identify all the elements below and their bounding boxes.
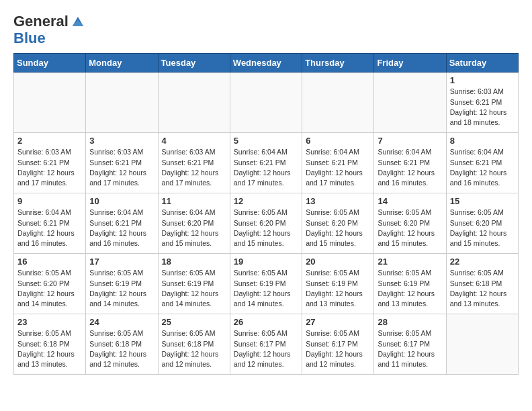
day-number: 8 bbox=[450, 136, 515, 146]
week-row-4: 16Sunrise: 6:05 AM Sunset: 6:20 PM Dayli… bbox=[14, 254, 519, 314]
calendar-cell: 10Sunrise: 6:04 AM Sunset: 6:21 PM Dayli… bbox=[86, 193, 158, 254]
day-info: Sunrise: 6:04 AM Sunset: 6:21 PM Dayligh… bbox=[17, 208, 82, 248]
day-info: Sunrise: 6:04 AM Sunset: 6:21 PM Dayligh… bbox=[378, 147, 442, 188]
calendar-cell: 27Sunrise: 6:05 AM Sunset: 6:17 PM Dayli… bbox=[302, 314, 374, 375]
calendar-cell: 16Sunrise: 6:05 AM Sunset: 6:20 PM Dayli… bbox=[14, 254, 86, 314]
logo-blue: Blue bbox=[13, 30, 46, 46]
day-number: 18 bbox=[162, 257, 226, 267]
weekday-header-thursday: Thursday bbox=[302, 54, 374, 73]
weekday-header-monday: Monday bbox=[86, 54, 158, 73]
calendar-cell: 12Sunrise: 6:05 AM Sunset: 6:20 PM Dayli… bbox=[230, 193, 302, 254]
day-info: Sunrise: 6:04 AM Sunset: 6:21 PM Dayligh… bbox=[234, 147, 298, 188]
calendar-cell: 14Sunrise: 6:05 AM Sunset: 6:20 PM Dayli… bbox=[374, 193, 446, 254]
day-info: Sunrise: 6:05 AM Sunset: 6:17 PM Dayligh… bbox=[378, 328, 442, 369]
day-number: 2 bbox=[17, 136, 82, 146]
calendar-cell: 24Sunrise: 6:05 AM Sunset: 6:18 PM Dayli… bbox=[86, 314, 158, 375]
calendar-cell bbox=[14, 73, 86, 133]
day-info: Sunrise: 6:04 AM Sunset: 6:21 PM Dayligh… bbox=[89, 208, 154, 248]
day-number: 22 bbox=[450, 257, 515, 267]
day-info: Sunrise: 6:03 AM Sunset: 6:21 PM Dayligh… bbox=[17, 147, 82, 188]
day-number: 25 bbox=[162, 317, 226, 327]
day-info: Sunrise: 6:05 AM Sunset: 6:17 PM Dayligh… bbox=[306, 328, 370, 369]
day-info: Sunrise: 6:05 AM Sunset: 6:19 PM Dayligh… bbox=[89, 268, 154, 309]
day-number: 1 bbox=[450, 75, 515, 85]
day-info: Sunrise: 6:05 AM Sunset: 6:19 PM Dayligh… bbox=[378, 268, 442, 309]
day-number: 10 bbox=[89, 196, 154, 206]
day-number: 19 bbox=[234, 257, 298, 267]
weekday-header-friday: Friday bbox=[374, 54, 446, 73]
day-info: Sunrise: 6:04 AM Sunset: 6:21 PM Dayligh… bbox=[306, 147, 370, 188]
svg-marker-1 bbox=[73, 19, 83, 26]
day-info: Sunrise: 6:05 AM Sunset: 6:19 PM Dayligh… bbox=[306, 268, 370, 309]
day-number: 26 bbox=[234, 317, 298, 327]
day-info: Sunrise: 6:05 AM Sunset: 6:20 PM Dayligh… bbox=[378, 208, 442, 248]
day-info: Sunrise: 6:03 AM Sunset: 6:21 PM Dayligh… bbox=[450, 87, 515, 128]
logo: General Blue bbox=[13, 13, 86, 46]
weekday-header-wednesday: Wednesday bbox=[230, 54, 302, 73]
day-number: 9 bbox=[17, 196, 82, 206]
calendar-cell: 3Sunrise: 6:03 AM Sunset: 6:21 PM Daylig… bbox=[86, 133, 158, 193]
logo-general: General bbox=[13, 13, 69, 30]
calendar-cell bbox=[302, 73, 374, 133]
calendar-cell: 17Sunrise: 6:05 AM Sunset: 6:19 PM Dayli… bbox=[86, 254, 158, 314]
day-number: 12 bbox=[234, 196, 298, 206]
day-info: Sunrise: 6:05 AM Sunset: 6:20 PM Dayligh… bbox=[450, 208, 515, 248]
calendar-cell: 2Sunrise: 6:03 AM Sunset: 6:21 PM Daylig… bbox=[14, 133, 86, 193]
calendar-cell: 18Sunrise: 6:05 AM Sunset: 6:19 PM Dayli… bbox=[158, 254, 230, 314]
calendar-cell: 21Sunrise: 6:05 AM Sunset: 6:19 PM Dayli… bbox=[374, 254, 446, 314]
day-number: 28 bbox=[378, 317, 442, 327]
calendar-cell: 15Sunrise: 6:05 AM Sunset: 6:20 PM Dayli… bbox=[446, 193, 518, 254]
calendar-cell bbox=[86, 73, 158, 133]
day-number: 23 bbox=[17, 317, 82, 327]
day-info: Sunrise: 6:05 AM Sunset: 6:20 PM Dayligh… bbox=[306, 208, 370, 248]
day-number: 6 bbox=[306, 136, 370, 146]
weekday-header-row: SundayMondayTuesdayWednesdayThursdayFrid… bbox=[14, 54, 519, 73]
day-number: 17 bbox=[89, 257, 154, 267]
calendar-cell: 6Sunrise: 6:04 AM Sunset: 6:21 PM Daylig… bbox=[302, 133, 374, 193]
week-row-2: 2Sunrise: 6:03 AM Sunset: 6:21 PM Daylig… bbox=[14, 133, 519, 193]
page-header: General Blue bbox=[13, 13, 519, 46]
calendar-cell: 8Sunrise: 6:04 AM Sunset: 6:21 PM Daylig… bbox=[446, 133, 518, 193]
week-row-3: 9Sunrise: 6:04 AM Sunset: 6:21 PM Daylig… bbox=[14, 193, 519, 254]
day-number: 7 bbox=[378, 136, 442, 146]
weekday-header-tuesday: Tuesday bbox=[158, 54, 230, 73]
calendar-cell bbox=[158, 73, 230, 133]
day-number: 15 bbox=[450, 196, 515, 206]
day-info: Sunrise: 6:05 AM Sunset: 6:18 PM Dayligh… bbox=[450, 268, 515, 309]
day-info: Sunrise: 6:05 AM Sunset: 6:20 PM Dayligh… bbox=[17, 268, 82, 309]
calendar-cell: 4Sunrise: 6:03 AM Sunset: 6:21 PM Daylig… bbox=[158, 133, 230, 193]
calendar-cell: 25Sunrise: 6:05 AM Sunset: 6:18 PM Dayli… bbox=[158, 314, 230, 375]
day-info: Sunrise: 6:05 AM Sunset: 6:20 PM Dayligh… bbox=[234, 208, 298, 248]
calendar-cell bbox=[374, 73, 446, 133]
day-info: Sunrise: 6:05 AM Sunset: 6:18 PM Dayligh… bbox=[89, 328, 154, 369]
day-info: Sunrise: 6:05 AM Sunset: 6:18 PM Dayligh… bbox=[17, 328, 82, 369]
calendar-cell: 22Sunrise: 6:05 AM Sunset: 6:18 PM Dayli… bbox=[446, 254, 518, 314]
calendar-cell: 26Sunrise: 6:05 AM Sunset: 6:17 PM Dayli… bbox=[230, 314, 302, 375]
calendar-cell bbox=[446, 314, 518, 375]
calendar-cell: 9Sunrise: 6:04 AM Sunset: 6:21 PM Daylig… bbox=[14, 193, 86, 254]
day-number: 3 bbox=[89, 136, 154, 146]
day-number: 16 bbox=[17, 257, 82, 267]
day-info: Sunrise: 6:03 AM Sunset: 6:21 PM Dayligh… bbox=[89, 147, 154, 188]
week-row-5: 23Sunrise: 6:05 AM Sunset: 6:18 PM Dayli… bbox=[14, 314, 519, 375]
day-number: 13 bbox=[306, 196, 370, 206]
calendar-table: SundayMondayTuesdayWednesdayThursdayFrid… bbox=[13, 53, 519, 375]
day-number: 14 bbox=[378, 196, 442, 206]
day-number: 4 bbox=[162, 136, 226, 146]
day-number: 24 bbox=[89, 317, 154, 327]
calendar-cell: 20Sunrise: 6:05 AM Sunset: 6:19 PM Dayli… bbox=[302, 254, 374, 314]
weekday-header-saturday: Saturday bbox=[446, 54, 518, 73]
day-info: Sunrise: 6:05 AM Sunset: 6:19 PM Dayligh… bbox=[234, 268, 298, 309]
day-info: Sunrise: 6:05 AM Sunset: 6:18 PM Dayligh… bbox=[162, 328, 226, 369]
day-number: 21 bbox=[378, 257, 442, 267]
calendar-cell: 1Sunrise: 6:03 AM Sunset: 6:21 PM Daylig… bbox=[446, 73, 518, 133]
day-info: Sunrise: 6:04 AM Sunset: 6:21 PM Dayligh… bbox=[450, 147, 515, 188]
calendar-cell: 13Sunrise: 6:05 AM Sunset: 6:20 PM Dayli… bbox=[302, 193, 374, 254]
day-info: Sunrise: 6:05 AM Sunset: 6:19 PM Dayligh… bbox=[162, 268, 226, 309]
calendar-cell: 5Sunrise: 6:04 AM Sunset: 6:21 PM Daylig… bbox=[230, 133, 302, 193]
day-info: Sunrise: 6:03 AM Sunset: 6:21 PM Dayligh… bbox=[162, 147, 226, 188]
week-row-1: 1Sunrise: 6:03 AM Sunset: 6:21 PM Daylig… bbox=[14, 73, 519, 133]
calendar-cell: 23Sunrise: 6:05 AM Sunset: 6:18 PM Dayli… bbox=[14, 314, 86, 375]
day-number: 5 bbox=[234, 136, 298, 146]
calendar-cell: 19Sunrise: 6:05 AM Sunset: 6:19 PM Dayli… bbox=[230, 254, 302, 314]
